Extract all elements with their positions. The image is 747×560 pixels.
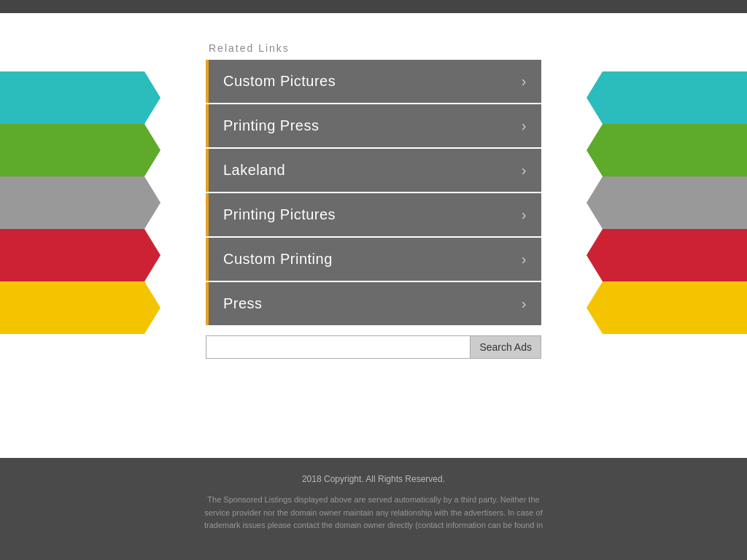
link-item-custom-printing[interactable]: Custom Printing› <box>206 238 541 281</box>
left-chevron-gray <box>0 176 160 229</box>
left-chevrons <box>0 71 160 334</box>
footer: 2018 Copyright. All Rights Reserved. The… <box>0 458 747 560</box>
link-item-label-lakeland: Lakeland <box>223 162 285 179</box>
right-chevron-yellow <box>587 281 747 334</box>
link-item-label-printing-pictures: Printing Pictures <box>223 206 336 223</box>
link-item-custom-pictures[interactable]: Custom Pictures› <box>206 60 541 103</box>
link-item-label-printing-press: Printing Press <box>223 117 320 134</box>
left-chevron-red <box>0 229 160 281</box>
main-content: Related Links Custom Pictures›Printing P… <box>0 13 747 458</box>
link-item-arrow-printing-press: › <box>522 117 527 134</box>
search-bar: Search Ads <box>206 335 541 359</box>
right-chevrons <box>587 71 747 334</box>
link-item-arrow-lakeland: › <box>522 162 527 179</box>
link-item-label-press: Press <box>223 295 263 312</box>
left-chevron-green <box>0 124 160 176</box>
right-chevron-green <box>587 124 747 176</box>
link-item-arrow-printing-pictures: › <box>522 206 527 223</box>
link-item-arrow-custom-pictures: › <box>522 73 527 90</box>
link-item-arrow-custom-printing: › <box>522 251 527 268</box>
link-item-lakeland[interactable]: Lakeland› <box>206 149 541 192</box>
footer-disclaimer: The Sponsored Listings displayed above a… <box>198 494 549 532</box>
related-links-label: Related Links <box>206 42 541 54</box>
left-chevron-teal <box>0 71 160 124</box>
search-button[interactable]: Search Ads <box>471 335 541 359</box>
search-input[interactable] <box>206 335 471 359</box>
related-links-container: Related Links Custom Pictures›Printing P… <box>206 42 541 327</box>
right-chevron-teal <box>587 71 747 124</box>
link-item-label-custom-printing: Custom Printing <box>223 251 333 268</box>
footer-copyright: 2018 Copyright. All Rights Reserved. <box>0 472 747 486</box>
link-item-label-custom-pictures: Custom Pictures <box>223 73 336 90</box>
link-item-arrow-press: › <box>522 295 527 312</box>
link-item-printing-pictures[interactable]: Printing Pictures› <box>206 193 541 236</box>
right-chevron-red <box>587 229 747 281</box>
left-chevron-yellow <box>0 281 160 334</box>
top-bar <box>0 0 747 13</box>
link-list: Custom Pictures›Printing Press›Lakeland›… <box>206 60 541 325</box>
link-item-press[interactable]: Press› <box>206 282 541 325</box>
link-item-printing-press[interactable]: Printing Press› <box>206 104 541 147</box>
right-chevron-gray <box>587 176 747 229</box>
